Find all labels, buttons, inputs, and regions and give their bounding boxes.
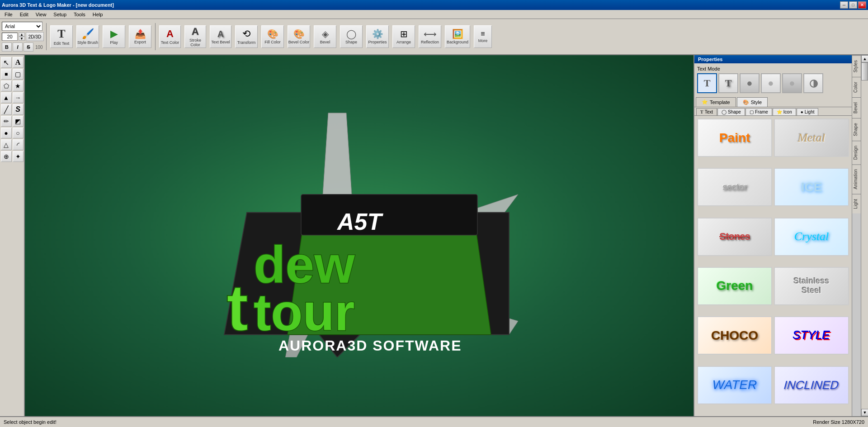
triangle-tool[interactable]: ▲ — [1, 92, 12, 103]
rounded-rect-tool[interactable]: ▢ — [13, 69, 24, 80]
transform-button[interactable]: ⟲ Transform — [235, 25, 258, 48]
font-size-input[interactable] — [2, 33, 18, 41]
prop-tab-icon[interactable]: ⭐ Icon — [773, 108, 796, 115]
circle-tool[interactable]: ● — [1, 128, 12, 138]
line-tool[interactable]: ╱ — [1, 104, 12, 115]
style-item-crystal[interactable]: Crystal — [774, 218, 849, 256]
arrange-button[interactable]: ⊞ Arrange — [392, 25, 415, 48]
style-label-sector: sector — [722, 182, 747, 192]
side-tab-color[interactable]: Color — [852, 77, 861, 97]
ellipse-tool[interactable]: ○ — [13, 128, 24, 138]
prop-icon-icon: ⭐ — [777, 109, 782, 114]
italic-button[interactable]: I — [13, 43, 23, 52]
more-button[interactable]: ≡ More — [474, 25, 492, 48]
side-tab-design[interactable]: Design — [852, 141, 861, 164]
pointer-tool[interactable]: ↖ — [1, 57, 12, 68]
style-item-sector[interactable]: sector — [697, 168, 772, 206]
properties-label: Properties — [368, 40, 387, 45]
canvas-background: A5T dew tour t AURORA3D SOFTWARE — [25, 55, 693, 416]
tab-template[interactable]: ⭐ Template — [696, 97, 736, 107]
shape-button[interactable]: ◯ Shape — [340, 25, 363, 48]
text-mode-btn-4[interactable]: ● — [761, 73, 781, 93]
wand-tool[interactable]: ✦ — [13, 151, 24, 162]
prop-tab-text[interactable]: T Text — [696, 108, 717, 115]
style-item-stones[interactable]: Stones — [697, 218, 772, 256]
style-item-stainless[interactable]: StainlessSteel — [774, 267, 849, 305]
bold-button[interactable]: B — [2, 43, 12, 52]
pentagon-tool[interactable]: ⬠ — [1, 81, 12, 91]
canvas-area[interactable]: A5T dew tour t AURORA3D SOFTWARE — [25, 55, 693, 416]
style-item-style[interactable]: STYLE — [774, 316, 849, 355]
strike-button[interactable]: S — [24, 43, 33, 52]
menu-edit[interactable]: Edit — [17, 11, 31, 18]
close-button[interactable]: ✕ — [858, 1, 866, 9]
text-color-button[interactable]: A Text Color — [159, 25, 181, 48]
text-tool[interactable]: A — [13, 57, 24, 68]
text-mode-btn-2[interactable]: T — [718, 73, 738, 93]
background-button[interactable]: 🖼️ Background — [445, 25, 470, 48]
tab-style[interactable]: 🎨 Style — [737, 97, 768, 107]
scroll-thumb[interactable] — [861, 62, 868, 81]
style-item-inclined[interactable]: INCLINED — [774, 366, 849, 404]
scroll-up[interactable]: ▲ — [861, 55, 868, 62]
select2-tool[interactable]: ⊕ — [1, 151, 12, 162]
prop-tab-light[interactable]: ● Light — [797, 108, 819, 115]
shape-icon: ◯ — [346, 28, 356, 39]
text-bevel-button[interactable]: A Text Bevel — [210, 25, 231, 48]
arc-tool[interactable]: ◜ — [13, 139, 24, 150]
menu-view[interactable]: View — [33, 11, 49, 18]
menu-tools[interactable]: Tools — [71, 11, 88, 18]
btn-2d3d[interactable]: 2D/3D — [26, 32, 44, 41]
menu-setup[interactable]: Setup — [51, 11, 69, 18]
curve-tool[interactable]: S — [13, 104, 24, 115]
prop-tab-frame[interactable]: ▢ Frame — [745, 108, 772, 115]
stroke-color-button[interactable]: A Stroke Color — [184, 25, 206, 48]
maximize-button[interactable]: □ — [849, 1, 857, 9]
toolbar-arrange: ⊞ Arrange — [391, 25, 416, 48]
style-item-choco[interactable]: CHOCO — [697, 316, 772, 355]
text-color-icon: A — [166, 28, 174, 40]
font-size-down[interactable]: ▼ — [19, 37, 25, 41]
text-mode-btn-6[interactable]: ◑ — [803, 73, 823, 93]
bevel-color-button[interactable]: 🎨 Bevel Color — [288, 25, 310, 48]
toolbar-export: 📤 Export — [127, 25, 153, 48]
arrow-tool[interactable]: → — [13, 92, 24, 103]
tri2-tool[interactable]: △ — [1, 139, 12, 150]
style-item-water[interactable]: WATER — [697, 366, 772, 404]
fill-color-button[interactable]: 🎨 Fill Color — [261, 25, 284, 48]
text-mode-btn-3[interactable]: ● — [740, 73, 760, 93]
style-item-paint[interactable]: Paint — [697, 119, 772, 157]
text-mode-btn-1[interactable]: T — [697, 73, 717, 93]
bevel-button[interactable]: ◈ Bevel — [314, 25, 336, 48]
gradient-tool[interactable]: ◩ — [13, 116, 24, 127]
more-icon: ≡ — [481, 30, 485, 38]
toolbar-reflection: ⟷ Reflection — [417, 25, 443, 48]
scroll-down[interactable]: ▼ — [861, 409, 868, 416]
style-item-metal[interactable]: Metal — [774, 119, 849, 157]
side-tab-shape[interactable]: Shape — [852, 118, 861, 141]
font-size-up[interactable]: ▲ — [19, 33, 25, 37]
style-item-green[interactable]: Green — [697, 267, 772, 305]
side-tab-light[interactable]: Light — [852, 194, 861, 214]
font-selector[interactable]: Arial Times New Roman Impact — [2, 22, 42, 31]
menu-help[interactable]: Help — [90, 11, 106, 18]
text-mode-btn-5[interactable]: ● — [782, 73, 802, 93]
star-tool[interactable]: ★ — [13, 81, 24, 91]
side-tab-styles[interactable]: Styles — [852, 55, 861, 77]
properties-button[interactable]: ⚙️ Properties — [366, 25, 389, 48]
style-item-ice[interactable]: ICE — [774, 168, 849, 206]
export-button[interactable]: 📤 Export — [129, 25, 151, 48]
rect-tool[interactable]: ■ — [1, 69, 12, 80]
side-tab-animation[interactable]: Animation — [852, 164, 861, 194]
pen-tool[interactable]: ✏ — [1, 116, 12, 127]
reflection-button[interactable]: ⟷ Reflection — [419, 25, 441, 48]
menu-file[interactable]: File — [2, 11, 15, 18]
prop-tab-shape[interactable]: ◯ Shape — [717, 108, 745, 115]
side-tab-bevel[interactable]: Bevel — [852, 97, 861, 118]
panel-title: Properties — [694, 55, 852, 63]
minimize-button[interactable]: ─ — [840, 1, 848, 9]
edit-text-button[interactable]: T Edit Text — [50, 25, 73, 48]
play-button[interactable]: ▶ Play — [103, 25, 125, 48]
style-label-metal: Metal — [798, 131, 826, 145]
style-brush-button[interactable]: 🖌️ Style Brush — [76, 25, 99, 48]
